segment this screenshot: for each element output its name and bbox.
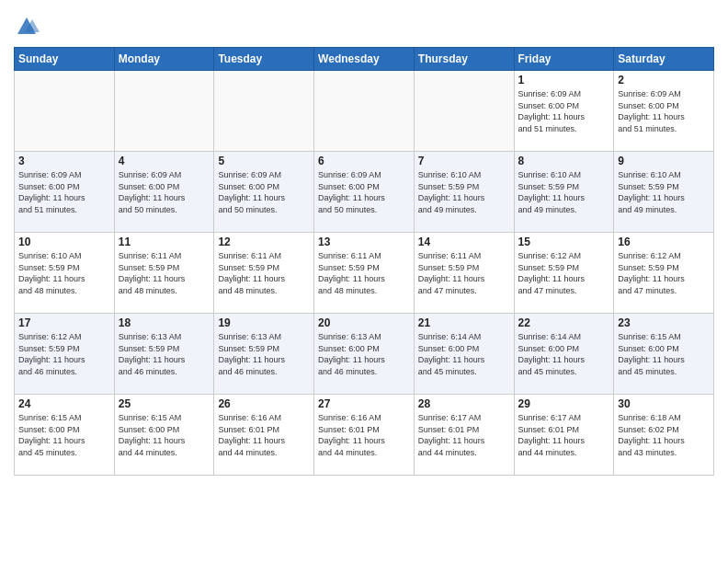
calendar-cell (314, 71, 415, 152)
day-info: Sunrise: 6:17 AM Sunset: 6:01 PM Dayligh… (518, 412, 610, 458)
calendar-cell: 1Sunrise: 6:09 AM Sunset: 6:00 PM Daylig… (514, 71, 614, 152)
calendar-week-0: 1Sunrise: 6:09 AM Sunset: 6:00 PM Daylig… (15, 71, 714, 152)
page: SundayMondayTuesdayWednesdayThursdayFrid… (0, 0, 728, 563)
day-number: 16 (618, 236, 710, 248)
day-number: 22 (518, 316, 610, 329)
calendar-table: SundayMondayTuesdayWednesdayThursdayFrid… (14, 47, 714, 476)
day-info: Sunrise: 6:13 AM Sunset: 5:59 PM Dayligh… (218, 331, 310, 377)
calendar-cell: 11Sunrise: 6:11 AM Sunset: 5:59 PM Dayli… (114, 233, 214, 314)
calendar-cell: 27Sunrise: 6:16 AM Sunset: 6:01 PM Dayli… (314, 395, 415, 476)
day-number: 1 (518, 74, 610, 86)
weekday-header-tuesday: Tuesday (214, 48, 314, 71)
day-info: Sunrise: 6:15 AM Sunset: 6:00 PM Dayligh… (119, 412, 210, 458)
calendar-cell: 6Sunrise: 6:09 AM Sunset: 6:00 PM Daylig… (314, 152, 415, 233)
calendar-cell: 8Sunrise: 6:10 AM Sunset: 5:59 PM Daylig… (514, 152, 614, 233)
calendar-cell: 25Sunrise: 6:15 AM Sunset: 6:00 PM Dayli… (114, 395, 214, 476)
calendar-cell: 16Sunrise: 6:12 AM Sunset: 5:59 PM Dayli… (614, 233, 714, 314)
day-number: 17 (18, 316, 110, 329)
weekday-header-sunday: Sunday (15, 48, 115, 71)
calendar-header-row: SundayMondayTuesdayWednesdayThursdayFrid… (15, 48, 714, 71)
day-info: Sunrise: 6:09 AM Sunset: 6:00 PM Dayligh… (18, 169, 110, 215)
calendar-cell: 5Sunrise: 6:09 AM Sunset: 6:00 PM Daylig… (214, 152, 314, 233)
calendar-cell: 12Sunrise: 6:11 AM Sunset: 5:59 PM Dayli… (214, 233, 314, 314)
day-number: 3 (18, 155, 110, 167)
calendar-cell: 13Sunrise: 6:11 AM Sunset: 5:59 PM Dayli… (314, 233, 415, 314)
day-info: Sunrise: 6:13 AM Sunset: 5:59 PM Dayligh… (119, 331, 210, 377)
day-number: 20 (318, 316, 410, 329)
calendar-cell (15, 71, 115, 152)
calendar-cell: 22Sunrise: 6:14 AM Sunset: 6:00 PM Dayli… (514, 314, 614, 395)
day-info: Sunrise: 6:09 AM Sunset: 6:00 PM Dayligh… (318, 169, 410, 215)
calendar-cell: 15Sunrise: 6:12 AM Sunset: 5:59 PM Dayli… (514, 233, 614, 314)
day-info: Sunrise: 6:14 AM Sunset: 6:00 PM Dayligh… (418, 331, 510, 377)
calendar-cell: 30Sunrise: 6:18 AM Sunset: 6:02 PM Dayli… (614, 395, 714, 476)
day-number: 12 (218, 236, 310, 248)
header (14, 9, 714, 40)
calendar-cell: 14Sunrise: 6:11 AM Sunset: 5:59 PM Dayli… (414, 233, 514, 314)
day-number: 24 (18, 397, 110, 410)
day-info: Sunrise: 6:09 AM Sunset: 6:00 PM Dayligh… (218, 169, 310, 215)
day-info: Sunrise: 6:09 AM Sunset: 6:00 PM Dayligh… (518, 88, 610, 134)
calendar-cell: 20Sunrise: 6:13 AM Sunset: 6:00 PM Dayli… (314, 314, 415, 395)
calendar-cell (214, 71, 314, 152)
calendar-cell: 24Sunrise: 6:15 AM Sunset: 6:00 PM Dayli… (15, 395, 115, 476)
day-number: 7 (418, 155, 510, 167)
day-info: Sunrise: 6:11 AM Sunset: 5:59 PM Dayligh… (318, 250, 410, 296)
calendar-cell: 21Sunrise: 6:14 AM Sunset: 6:00 PM Dayli… (414, 314, 514, 395)
logo (14, 14, 43, 40)
calendar-cell: 26Sunrise: 6:16 AM Sunset: 6:01 PM Dayli… (214, 395, 314, 476)
day-number: 8 (518, 155, 610, 167)
weekday-header-friday: Friday (514, 48, 614, 71)
day-number: 29 (518, 397, 610, 410)
weekday-header-thursday: Thursday (414, 48, 514, 71)
calendar-cell: 7Sunrise: 6:10 AM Sunset: 5:59 PM Daylig… (414, 152, 514, 233)
day-info: Sunrise: 6:16 AM Sunset: 6:01 PM Dayligh… (318, 412, 410, 458)
calendar-week-1: 3Sunrise: 6:09 AM Sunset: 6:00 PM Daylig… (15, 152, 714, 233)
day-info: Sunrise: 6:09 AM Sunset: 6:00 PM Dayligh… (618, 88, 710, 134)
calendar-cell: 17Sunrise: 6:12 AM Sunset: 5:59 PM Dayli… (15, 314, 115, 395)
day-info: Sunrise: 6:11 AM Sunset: 5:59 PM Dayligh… (218, 250, 310, 296)
day-number: 15 (518, 236, 610, 248)
day-number: 18 (119, 316, 210, 329)
day-number: 25 (119, 397, 210, 410)
calendar-cell: 18Sunrise: 6:13 AM Sunset: 5:59 PM Dayli… (114, 314, 214, 395)
calendar-cell: 23Sunrise: 6:15 AM Sunset: 6:00 PM Dayli… (614, 314, 714, 395)
day-number: 26 (218, 397, 310, 410)
day-number: 9 (618, 155, 710, 167)
day-number: 5 (218, 155, 310, 167)
day-info: Sunrise: 6:13 AM Sunset: 6:00 PM Dayligh… (318, 331, 410, 377)
calendar-cell: 3Sunrise: 6:09 AM Sunset: 6:00 PM Daylig… (15, 152, 115, 233)
day-info: Sunrise: 6:12 AM Sunset: 5:59 PM Dayligh… (18, 331, 110, 377)
day-info: Sunrise: 6:16 AM Sunset: 6:01 PM Dayligh… (218, 412, 310, 458)
day-number: 23 (618, 316, 710, 329)
day-number: 19 (218, 316, 310, 329)
day-info: Sunrise: 6:09 AM Sunset: 6:00 PM Dayligh… (119, 169, 210, 215)
day-info: Sunrise: 6:11 AM Sunset: 5:59 PM Dayligh… (418, 250, 510, 296)
day-info: Sunrise: 6:15 AM Sunset: 6:00 PM Dayligh… (618, 331, 710, 377)
calendar-cell (414, 71, 514, 152)
calendar-cell: 9Sunrise: 6:10 AM Sunset: 5:59 PM Daylig… (614, 152, 714, 233)
calendar-cell: 29Sunrise: 6:17 AM Sunset: 6:01 PM Dayli… (514, 395, 614, 476)
day-number: 4 (119, 155, 210, 167)
day-number: 21 (418, 316, 510, 329)
weekday-header-saturday: Saturday (614, 48, 714, 71)
day-number: 27 (318, 397, 410, 410)
calendar-week-4: 24Sunrise: 6:15 AM Sunset: 6:00 PM Dayli… (15, 395, 714, 476)
calendar-week-2: 10Sunrise: 6:10 AM Sunset: 5:59 PM Dayli… (15, 233, 714, 314)
logo-icon (14, 14, 40, 40)
calendar-cell: 28Sunrise: 6:17 AM Sunset: 6:01 PM Dayli… (414, 395, 514, 476)
day-info: Sunrise: 6:12 AM Sunset: 5:59 PM Dayligh… (518, 250, 610, 296)
day-info: Sunrise: 6:10 AM Sunset: 5:59 PM Dayligh… (418, 169, 510, 215)
calendar-week-3: 17Sunrise: 6:12 AM Sunset: 5:59 PM Dayli… (15, 314, 714, 395)
day-number: 6 (318, 155, 410, 167)
weekday-header-monday: Monday (114, 48, 214, 71)
calendar-cell: 10Sunrise: 6:10 AM Sunset: 5:59 PM Dayli… (15, 233, 115, 314)
day-info: Sunrise: 6:14 AM Sunset: 6:00 PM Dayligh… (518, 331, 610, 377)
day-info: Sunrise: 6:12 AM Sunset: 5:59 PM Dayligh… (618, 250, 710, 296)
weekday-header-wednesday: Wednesday (314, 48, 415, 71)
day-info: Sunrise: 6:18 AM Sunset: 6:02 PM Dayligh… (618, 412, 710, 458)
day-info: Sunrise: 6:10 AM Sunset: 5:59 PM Dayligh… (618, 169, 710, 215)
calendar-cell: 19Sunrise: 6:13 AM Sunset: 5:59 PM Dayli… (214, 314, 314, 395)
calendar-cell: 4Sunrise: 6:09 AM Sunset: 6:00 PM Daylig… (114, 152, 214, 233)
day-info: Sunrise: 6:15 AM Sunset: 6:00 PM Dayligh… (18, 412, 110, 458)
